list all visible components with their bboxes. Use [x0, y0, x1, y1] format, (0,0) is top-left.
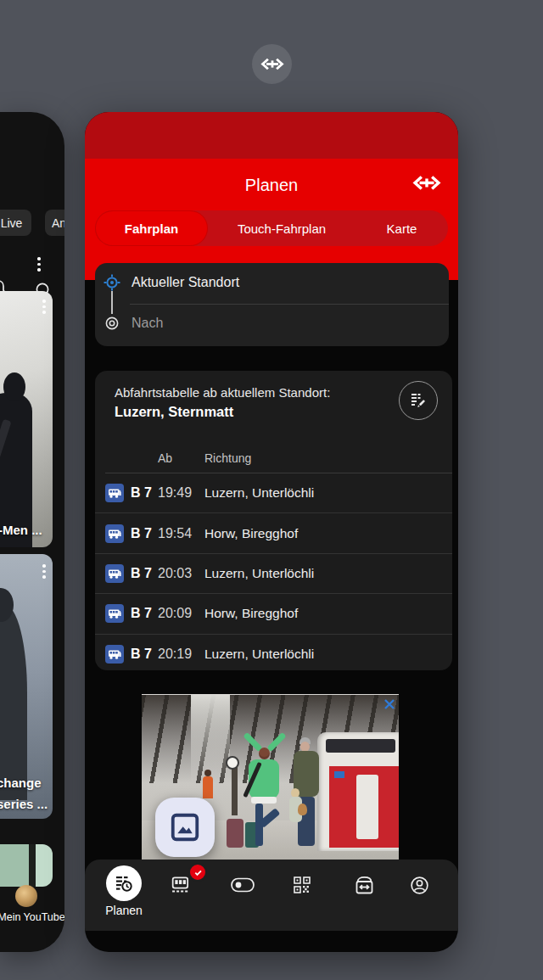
qr-code-icon: [292, 875, 312, 895]
image-icon: [169, 811, 201, 843]
app-header: Planen Fahrplan Touch-Fahrplan Karte: [85, 159, 458, 280]
video-thumbnail-3[interactable]: [0, 844, 53, 887]
thumbnail-figure: [0, 605, 27, 800]
bus-icon: [105, 484, 124, 502]
column-header-ab: Ab: [158, 451, 172, 465]
departure-table-title: Abfahrtstabelle ab aktuellem Standort:: [115, 385, 330, 400]
bottom-navigation: Planen: [85, 860, 458, 931]
direction-label: Horw, Biregghof: [204, 606, 452, 621]
tab-fahrplan-label: Fahrplan: [125, 221, 178, 236]
app-switcher-screen: Live An -Men ... change series ... Mein …: [0, 0, 543, 980]
checkmark-badge: [188, 863, 207, 882]
ad-woman-head: [259, 748, 270, 759]
tab-fahrplan[interactable]: Fahrplan: [95, 210, 208, 246]
ad-train: [317, 732, 399, 851]
ad-train-sign: [334, 771, 344, 778]
ad-station-clock: [226, 756, 239, 770]
ad-teddy-bear: [298, 804, 307, 815]
departure-row[interactable]: B 7 20:03 Luzern, Unterlöchli: [95, 554, 452, 594]
direction-label: Luzern, Unterlöchli: [204, 566, 452, 581]
divider: [130, 304, 449, 305]
nav-wallet-button[interactable]: [351, 872, 377, 898]
sbb-logo-icon: [412, 176, 441, 190]
from-field[interactable]: Aktueller Standort: [132, 275, 239, 290]
chip-an[interactable]: An: [45, 210, 64, 236]
line-label: B 7: [131, 566, 158, 581]
ad-train-door: [356, 775, 378, 839]
video-thumbnail-1[interactable]: -Men ...: [0, 291, 53, 547]
youtube-app-card[interactable]: Live An -Men ... change series ... Mein …: [0, 112, 64, 952]
sbb-double-arrow-icon: [260, 58, 284, 70]
profile-icon: [409, 875, 430, 896]
ticket-machine-sbb-icon: [353, 874, 376, 897]
app-icon-sbb[interactable]: [252, 44, 292, 84]
bus-icon: [105, 564, 124, 583]
line-label: B 7: [131, 647, 158, 662]
tab-touch-fahrplan[interactable]: Touch-Fahrplan: [208, 210, 355, 246]
tab-touch-fahrplan-label: Touch-Fahrplan: [238, 221, 326, 236]
image-overlay-badge[interactable]: [155, 798, 215, 857]
departure-table-card: Abfahrtstabelle ab aktuellem Standort: L…: [95, 371, 452, 670]
nav-planen-label: Planen: [90, 904, 158, 917]
bus-icon: [105, 645, 124, 664]
chip-live-label: Live: [1, 216, 23, 230]
ad-close-icon[interactable]: [383, 697, 396, 711]
direction-label: Luzern, Unterlöchli: [204, 485, 452, 501]
tab-karte-label: Karte: [387, 221, 417, 236]
bus-icon: [105, 524, 124, 543]
bus-icon: [105, 604, 124, 623]
ad-person-worker: [203, 776, 213, 798]
page-title: Planen: [85, 176, 458, 195]
sbb-app-card[interactable]: Planen Fahrplan Touch-Fahrplan Karte: [85, 112, 458, 952]
departure-rows: B 7 19:49 Luzern, Unterlöchli B 7 19:54 …: [95, 473, 452, 674]
ad-train-red-body: [329, 766, 399, 848]
tab-bar: Fahrplan Touch-Fahrplan Karte: [95, 210, 448, 246]
video-title: -Men ...: [0, 523, 42, 537]
more-options-icon[interactable]: [42, 564, 46, 579]
edit-departure-table-button[interactable]: [399, 381, 438, 420]
departure-time: 19:54: [158, 526, 204, 541]
departure-time: 20:03: [158, 566, 204, 581]
nav-profile-button[interactable]: [407, 872, 431, 898]
video-title-line1: change: [0, 776, 42, 790]
ad-pillar: [232, 763, 238, 815]
ad-person-worker-head: [204, 770, 211, 776]
nav-toggle-button[interactable]: [229, 872, 256, 898]
chip-live[interactable]: Live: [0, 210, 31, 236]
avatar[interactable]: [15, 885, 37, 907]
departure-station: Luzern, Sternmatt: [115, 404, 233, 420]
direction-label: Luzern, Unterlöchli: [204, 647, 452, 662]
departure-time: 20:09: [158, 606, 204, 621]
ad-woman-shirt: [251, 797, 277, 804]
video-thumbnail-2[interactable]: change series ...: [0, 554, 53, 819]
edit-list-icon: [408, 390, 428, 411]
route-connector-line: [111, 291, 113, 314]
line-label: B 7: [131, 526, 158, 541]
departure-row[interactable]: B 7 19:54 Horw, Biregghof: [95, 513, 452, 553]
tab-karte[interactable]: Karte: [355, 210, 448, 246]
to-field[interactable]: Nach: [132, 316, 163, 331]
video-title-line2: series ...: [0, 797, 48, 811]
departure-time: 19:49: [158, 485, 204, 501]
more-options-icon[interactable]: [37, 257, 41, 272]
more-options-icon[interactable]: [42, 300, 46, 314]
column-header-richtung: Richtung: [204, 451, 251, 465]
departure-row[interactable]: B 7 20:19 Luzern, Unterlöchli: [95, 635, 452, 674]
departure-row[interactable]: B 7 20:09 Horw, Biregghof: [95, 594, 452, 634]
youtube-nav-label[interactable]: Mein YouTube: [0, 911, 64, 923]
departure-time: 20:19: [158, 647, 204, 662]
destination-ring-icon: [104, 316, 120, 331]
timetable-clock-icon: [114, 873, 134, 893]
nav-planen-button[interactable]: [106, 865, 142, 901]
toggle-switch-icon: [230, 876, 255, 893]
status-bar-strip: [85, 112, 458, 159]
departure-row[interactable]: B 7 19:49 Luzern, Unterlöchli: [95, 473, 452, 513]
thumbnail-figure-head: [3, 372, 25, 401]
direction-label: Horw, Biregghof: [204, 526, 452, 541]
current-location-icon: [104, 274, 120, 291]
route-search-card: Aktueller Standort Nach: [95, 263, 449, 346]
line-label: B 7: [131, 606, 158, 621]
chip-an-label: An: [52, 216, 64, 230]
ad-train-windows: [326, 739, 395, 753]
nav-qr-button[interactable]: [290, 872, 314, 898]
